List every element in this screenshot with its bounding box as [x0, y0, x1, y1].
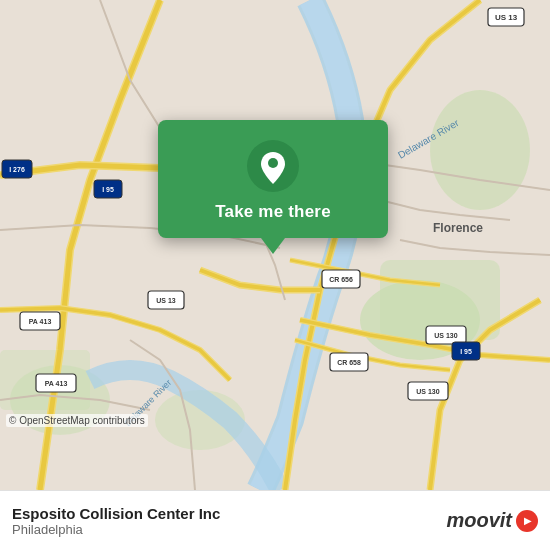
svg-text:I 276: I 276 — [9, 166, 25, 173]
svg-text:I 95: I 95 — [460, 348, 472, 355]
svg-text:I 95: I 95 — [102, 186, 114, 193]
location-pin-icon — [247, 140, 299, 192]
location-info: Esposito Collision Center Inc Philadelph… — [12, 505, 220, 537]
location-name: Esposito Collision Center Inc — [12, 505, 220, 522]
svg-point-33 — [268, 158, 278, 168]
popup-card: Take me there — [158, 120, 388, 238]
take-me-there-button[interactable]: Take me there — [215, 202, 331, 222]
moovit-dot-icon — [516, 510, 538, 532]
svg-text:CR 658: CR 658 — [337, 359, 361, 366]
osm-attribution: © OpenStreetMap contributors — [6, 414, 148, 427]
svg-text:CR 656: CR 656 — [329, 276, 353, 283]
svg-text:PA 413: PA 413 — [45, 380, 68, 387]
svg-text:Florence: Florence — [433, 221, 483, 235]
svg-text:US 130: US 130 — [416, 388, 439, 395]
svg-point-3 — [430, 90, 530, 210]
bottom-bar: Esposito Collision Center Inc Philadelph… — [0, 490, 550, 550]
svg-text:US 13: US 13 — [156, 297, 176, 304]
moovit-text: moovit — [446, 509, 512, 532]
map-container: US 13 I 276 I 95 US 13 PA 413 PA 413 CR … — [0, 0, 550, 490]
svg-text:US 13: US 13 — [495, 13, 518, 22]
svg-text:PA 413: PA 413 — [29, 318, 52, 325]
moovit-logo: moovit — [446, 509, 538, 532]
location-city: Philadelphia — [12, 522, 220, 537]
svg-text:US 130: US 130 — [434, 332, 457, 339]
